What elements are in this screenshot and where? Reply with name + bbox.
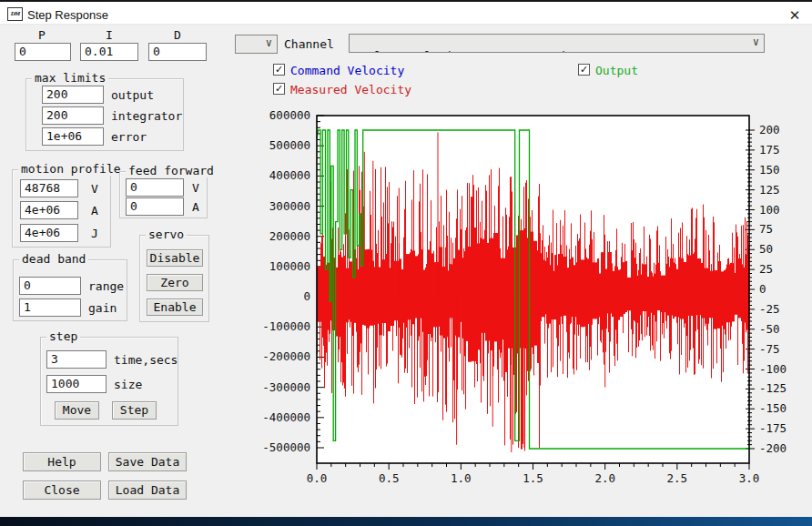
axis-tick-label: 0.5	[379, 471, 400, 485]
axis-tick-label: -300000	[262, 380, 310, 394]
axis-tick-label: 600000	[269, 108, 310, 122]
title-bar: DM Step Response ✕	[0, 2, 812, 25]
output-checkbox[interactable]: ✓	[578, 64, 590, 76]
axis-tick-label: 3.0	[739, 471, 760, 485]
ff-a-field[interactable]: 0	[126, 197, 184, 216]
chevron-down-icon: ∨	[266, 36, 272, 49]
channel-select[interactable]: 0 ∨	[235, 35, 278, 54]
axis-tick-label: -150	[759, 401, 787, 415]
axis-tick-label: 125	[759, 183, 780, 197]
axis-tick-label: 200000	[269, 229, 310, 243]
window-title: Step Response	[27, 8, 108, 22]
axis-tick-label: -400000	[262, 410, 310, 424]
measured-velocity-checkbox[interactable]: ✓	[273, 83, 285, 95]
d-field[interactable]: 0	[148, 43, 207, 61]
axis-tick-label: -25	[759, 302, 780, 316]
max-error-field[interactable]: 1e+06	[42, 127, 104, 146]
axis-tick-label: 100	[759, 203, 780, 217]
axis-tick-label: 75	[759, 222, 773, 236]
axis-tick-label: -200000	[262, 349, 310, 363]
profile-v-field[interactable]: 48768	[20, 179, 78, 197]
plot-select[interactable]: Plot: Velocity, Output vs Time, secs ∨	[349, 34, 765, 53]
chevron-down-icon: ∨	[753, 35, 759, 48]
axis-tick-label: -125	[759, 381, 787, 395]
axis-tick-label: 100000	[269, 259, 310, 273]
profile-j-field[interactable]: 4e+06	[20, 224, 78, 242]
close-window-button[interactable]: Close	[23, 480, 101, 500]
p-label: P	[38, 28, 46, 42]
axis-tick-label: 0.0	[307, 471, 328, 485]
help-button[interactable]: Help	[23, 452, 101, 471]
axis-tick-label: 50	[759, 242, 773, 256]
command-velocity-checkbox[interactable]: ✓	[273, 64, 285, 76]
channel-label: Channel	[284, 37, 334, 51]
axis-tick-label: -500000	[262, 440, 310, 454]
ff-v-field[interactable]: 0	[126, 178, 184, 197]
dead-band-title: dead band	[19, 252, 88, 266]
ff-v-label: V	[192, 181, 199, 195]
axis-tick-label: 1.0	[451, 471, 472, 485]
max-output-field[interactable]: 200	[42, 86, 104, 104]
max-limits-title: max limits	[32, 71, 108, 85]
step-time-field[interactable]: 3	[46, 350, 107, 369]
axis-tick-label: 175	[759, 143, 780, 157]
ff-a-label: A	[192, 200, 199, 214]
axis-tick-label: 2.0	[594, 471, 615, 485]
command-velocity-label: Command Velocity	[290, 64, 404, 77]
axis-tick-label: 2.5	[667, 471, 688, 485]
axis-tick-label: 400000	[269, 168, 310, 182]
axis-tick-label: 0	[759, 282, 766, 296]
max-output-label: output	[111, 88, 154, 102]
max-integrator-field[interactable]: 200	[42, 106, 104, 125]
deadband-gain-label: gain	[88, 301, 117, 315]
axis-tick-label: 500000	[269, 138, 310, 152]
step-time-label: time,secs	[114, 353, 178, 367]
axis-tick-label: -100	[759, 362, 787, 376]
measured-velocity-label: Measured Velocity	[290, 83, 411, 96]
profile-a-label: A	[91, 204, 98, 217]
step-size-label: size	[114, 378, 142, 391]
chart-svg: 6000005000004000003000002000001000000-10…	[257, 106, 810, 499]
step-size-field[interactable]: 1000	[46, 375, 107, 393]
profile-a-field[interactable]: 4e+06	[20, 201, 78, 219]
close-icon[interactable]: ✕	[779, 4, 810, 26]
i-field[interactable]: 0.01	[80, 43, 138, 61]
load-data-button[interactable]: Load Data	[108, 480, 187, 500]
i-label: I	[106, 28, 113, 42]
profile-v-label: V	[91, 182, 98, 196]
app-icon: DM	[7, 7, 23, 21]
deadband-range-field[interactable]: 0	[19, 277, 81, 295]
servo-title: servo	[146, 228, 187, 241]
servo-disable-button[interactable]: Disable	[147, 249, 203, 267]
axis-tick-label: -100000	[262, 319, 310, 333]
step-button[interactable]: Step	[112, 401, 157, 420]
p-field[interactable]: 0	[15, 43, 71, 61]
plot-select-value: Plot: Velocity, Output vs Time, secs	[368, 49, 624, 53]
axis-tick-label: 200	[759, 123, 780, 137]
save-data-button[interactable]: Save Data	[108, 452, 187, 471]
desktop-strip	[0, 517, 812, 526]
axis-tick-label: -75	[759, 342, 780, 356]
servo-zero-button[interactable]: Zero	[147, 274, 203, 291]
motion-profile-title: motion profile	[18, 162, 124, 176]
max-error-label: error	[111, 130, 147, 144]
channel-value: 0	[254, 50, 261, 54]
axis-tick-label: 300000	[269, 199, 310, 213]
profile-j-label: J	[91, 227, 98, 240]
axis-tick-label: 1.5	[523, 471, 543, 485]
axis-tick-label: 0	[303, 289, 310, 303]
servo-enable-button[interactable]: Enable	[147, 298, 203, 316]
output-label: Output	[595, 64, 638, 77]
axis-tick-label: -50	[759, 322, 780, 336]
axis-tick-label: -200	[759, 441, 787, 455]
feed-forward-title: feed forward	[126, 164, 217, 177]
step-title: step	[46, 329, 80, 343]
deadband-gain-field[interactable]: 1	[19, 298, 81, 317]
move-button[interactable]: Move	[55, 401, 99, 420]
axis-tick-label: -175	[759, 421, 787, 435]
deadband-range-label: range	[88, 279, 124, 293]
max-integrator-label: integrator	[111, 109, 182, 123]
axis-tick-label: 150	[759, 163, 780, 177]
d-label: D	[174, 28, 181, 42]
axis-tick-label: 25	[759, 262, 773, 276]
